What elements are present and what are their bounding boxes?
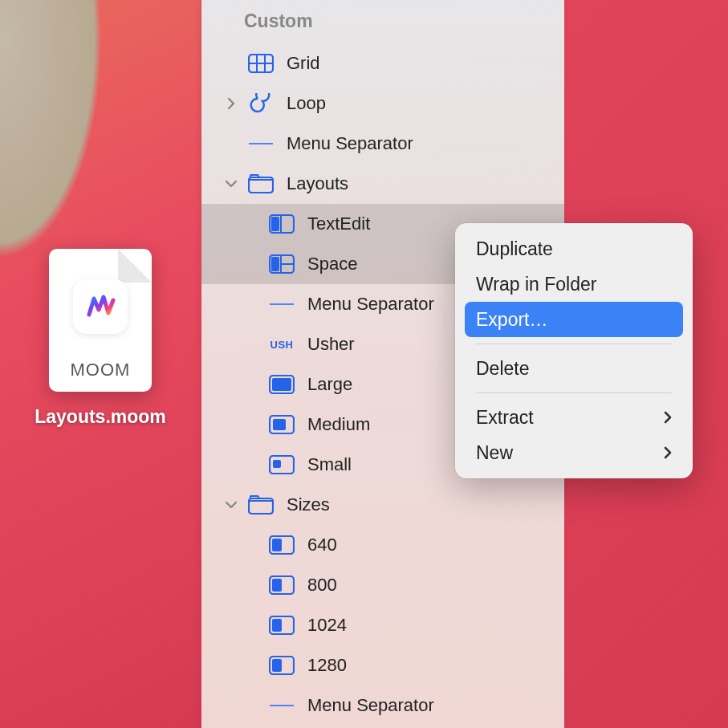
- menu-item-label: Duplicate: [476, 238, 553, 260]
- list-item-folder-layouts[interactable]: Layouts: [201, 164, 564, 204]
- svg-rect-15: [273, 419, 286, 430]
- list-item-label: Sizes: [287, 494, 564, 515]
- size-large-icon: [266, 372, 298, 397]
- list-item-separator[interactable]: Menu Separator: [201, 124, 564, 164]
- svg-rect-26: [272, 659, 282, 672]
- menu-separator: [476, 344, 672, 344]
- moom-app-badge: [73, 279, 128, 334]
- list-item-folder-sizes[interactable]: Sizes: [201, 485, 564, 525]
- size-half-icon: [266, 653, 298, 678]
- menu-item-label: Wrap in Folder: [476, 274, 596, 295]
- desktop-file[interactable]: MOOM Layouts.moom: [32, 249, 169, 428]
- list-item-loop[interactable]: Loop: [201, 83, 564, 124]
- list-item-640[interactable]: 640: [201, 525, 564, 565]
- size-medium-icon: [266, 412, 298, 437]
- menu-separator: [476, 392, 672, 393]
- chevron-right-icon: [664, 411, 672, 424]
- list-item-800[interactable]: 800: [201, 565, 564, 605]
- separator-icon: [245, 131, 277, 157]
- size-half-icon: [266, 572, 298, 598]
- context-menu: Duplicate Wrap in Folder Export… Delete …: [455, 223, 693, 478]
- menu-item-label: Delete: [476, 358, 529, 380]
- menu-item-wrap-in-folder[interactable]: Wrap in Folder: [455, 266, 693, 302]
- separator-icon: [266, 693, 298, 718]
- list-item-label: Loop: [287, 93, 564, 114]
- menu-item-new[interactable]: New: [455, 435, 693, 470]
- menu-item-delete[interactable]: Delete: [455, 351, 693, 386]
- section-header-custom: Custom: [201, 0, 564, 43]
- menu-item-label: Export…: [476, 309, 547, 331]
- layout-icon: [266, 251, 298, 277]
- list-item-label: Menu Separator: [287, 133, 564, 154]
- list-item-1024[interactable]: 1024: [201, 605, 564, 645]
- separator-icon: [266, 291, 298, 317]
- size-half-icon: [266, 532, 298, 558]
- svg-rect-20: [272, 539, 282, 551]
- usher-icon: USH: [266, 331, 298, 357]
- file-extension-label: MOOM: [49, 360, 152, 380]
- svg-rect-22: [272, 579, 282, 592]
- chevron-right-icon: [664, 446, 672, 459]
- folder-icon: [245, 492, 277, 518]
- list-item-label: 800: [307, 575, 564, 596]
- svg-rect-11: [271, 257, 279, 271]
- chevron-right-icon[interactable]: [218, 97, 245, 110]
- grid-icon: [245, 51, 277, 76]
- svg-rect-24: [272, 619, 282, 632]
- svg-rect-7: [271, 217, 279, 231]
- file-name-label: Layouts.moom: [35, 406, 166, 428]
- list-item-label: Grid: [287, 53, 564, 74]
- svg-rect-13: [272, 378, 291, 391]
- svg-rect-17: [273, 460, 281, 468]
- menu-item-extract[interactable]: Extract: [455, 400, 693, 435]
- chevron-down-icon[interactable]: [218, 500, 245, 510]
- layout-icon: [266, 211, 298, 237]
- loop-icon: [245, 91, 277, 116]
- size-half-icon: [266, 612, 298, 638]
- list-item-1280[interactable]: 1280: [201, 645, 564, 685]
- list-item-label: 1024: [307, 615, 564, 636]
- size-small-icon: [266, 452, 298, 478]
- menu-item-export[interactable]: Export…: [465, 302, 683, 337]
- file-document-icon: MOOM: [49, 249, 152, 392]
- list-item-grid[interactable]: Grid: [201, 43, 564, 83]
- menu-item-label: Extract: [476, 407, 534, 429]
- folder-icon: [245, 171, 277, 197]
- list-item-label: Menu Separator: [307, 695, 564, 716]
- list-item-label: 640: [307, 535, 564, 555]
- chevron-down-icon[interactable]: [218, 179, 245, 189]
- menu-item-label: New: [476, 442, 513, 464]
- menu-item-duplicate[interactable]: Duplicate: [455, 231, 693, 266]
- list-item-label: 1280: [307, 655, 564, 676]
- list-item-separator[interactable]: Menu Separator: [201, 685, 564, 726]
- list-item-label: Layouts: [287, 173, 564, 194]
